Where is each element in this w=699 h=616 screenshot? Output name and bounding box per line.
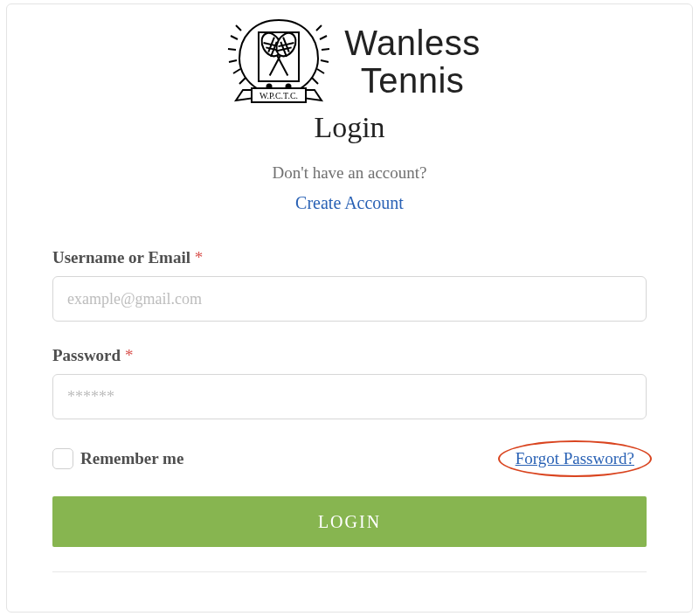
remember-me-checkbox[interactable] <box>52 448 73 469</box>
divider <box>52 571 647 572</box>
page-title: Login <box>52 111 647 144</box>
remember-me-group: Remember me <box>52 448 183 469</box>
no-account-text: Don't have an account? <box>52 163 647 183</box>
remember-me-label: Remember me <box>80 449 183 468</box>
create-account-link[interactable]: Create Account <box>52 193 647 213</box>
brand-line2: Tennis <box>344 62 480 100</box>
password-label-text: Password <box>52 346 121 364</box>
password-label: Password * <box>52 346 647 365</box>
brand-line1: Wanless <box>344 24 480 62</box>
crest-text: W.P.C.T.C. <box>260 91 298 100</box>
club-crest-logo: W.P.C.T.C. <box>218 15 339 109</box>
remember-forgot-row: Remember me Forgot Password? <box>52 446 647 472</box>
username-input[interactable] <box>52 276 647 322</box>
required-mark: * <box>195 248 204 266</box>
login-card: W.P.C.T.C. Wanless Tennis Login Don't ha… <box>6 3 693 613</box>
password-input[interactable] <box>52 374 647 419</box>
required-mark: * <box>125 346 134 364</box>
forgot-password-link[interactable]: Forgot Password? <box>516 449 634 467</box>
username-label: Username or Email * <box>52 248 647 267</box>
brand-name: Wanless Tennis <box>344 24 480 100</box>
login-button[interactable]: LOGIN <box>52 496 647 547</box>
logo-row: W.P.C.T.C. Wanless Tennis <box>52 15 647 109</box>
forgot-password-highlight: Forgot Password? <box>503 446 647 472</box>
username-label-text: Username or Email <box>52 248 190 266</box>
